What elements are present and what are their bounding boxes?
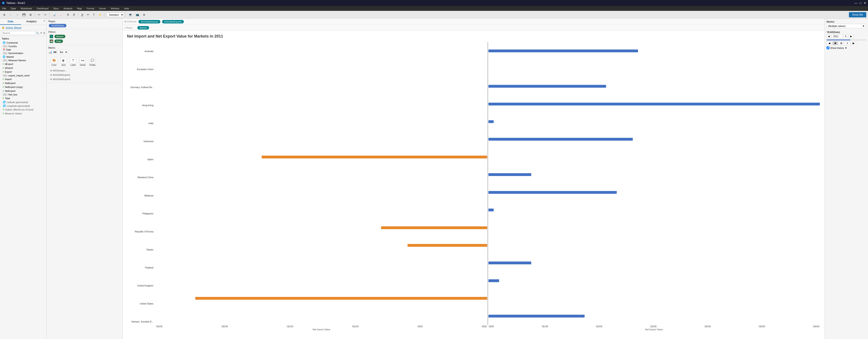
year-input[interactable] (832, 34, 843, 38)
import-bar-11[interactable] (407, 244, 487, 247)
tab-analytics[interactable]: Analytics (21, 19, 42, 25)
table-item-ref_line[interactable]: Abc Ref_line (2, 93, 45, 96)
toolbar-present-btn[interactable]: 📺 (134, 12, 141, 17)
menu-server[interactable]: Server (98, 7, 107, 10)
marks-tooltip-btn[interactable]: 💬 Tooltip (88, 56, 96, 67)
filter-market-pill[interactable]: Market (55, 35, 65, 38)
import-bar-14[interactable] (195, 297, 487, 300)
year-prev-btn[interactable]: ◀ (827, 34, 831, 38)
toolbar-ref-btn[interactable]: ⚡ (97, 12, 103, 17)
agg-export-row[interactable]: ≡ AGG(expor... (49, 68, 121, 73)
toolbar-chart1-btn[interactable]: 📊 (51, 12, 57, 17)
export-bar-7[interactable] (489, 173, 531, 176)
toolbar-new-btn[interactable]: ⊕ (2, 12, 7, 17)
export-bar-8[interactable] (489, 191, 617, 194)
menu-file[interactable]: File (1, 7, 7, 10)
play-stop-btn[interactable]: ■ (833, 41, 838, 45)
table-item-measure-values[interactable]: # Measure Values (2, 112, 45, 116)
menu-format[interactable]: Format (86, 7, 95, 10)
toolbar-label-btn[interactable]: A̲ (80, 12, 85, 17)
export-bar-4[interactable] (489, 120, 494, 123)
toolbar-sort2-btn[interactable]: ⇵ (71, 12, 76, 17)
toolbar-forward-btn[interactable]: → (14, 12, 20, 17)
search-input[interactable] (1, 31, 35, 35)
table-item-output_filtered.csv-(count)[interactable]: # Output_filtered.csv (Count) (2, 107, 45, 112)
menu-story[interactable]: Story (52, 7, 60, 10)
minimize-button[interactable]: — (855, 1, 858, 5)
pages-pill[interactable]: YEAR(Date) (49, 24, 66, 27)
toolbar-share-btn[interactable]: ⊕ (142, 12, 147, 17)
table-item-market[interactable]: 🌐 Market (2, 55, 45, 59)
close-button[interactable]: ✕ (864, 1, 866, 5)
table-item-dexport[interactable]: # dExport (2, 62, 45, 66)
table-item-netexport[interactable]: # NetExport (2, 81, 45, 85)
table-item-latitude-(generated)[interactable]: 🌐 Latitude (generated) (2, 100, 45, 104)
marks-type-select[interactable]: Bar (58, 50, 68, 54)
toolbar-back-btn[interactable]: ← (8, 12, 13, 17)
play-grid-btn[interactable]: ⊞ (839, 41, 844, 45)
show-history-dropdown[interactable]: ▼ (845, 47, 847, 49)
table-item-total[interactable]: # Total (2, 96, 45, 100)
table-item-netimport[interactable]: # NetImport (2, 89, 45, 93)
menu-dashboard[interactable]: Dashboard (36, 7, 49, 10)
toolbar-text-btn[interactable]: T (92, 12, 96, 17)
panel-close-btn[interactable]: ✕ (42, 19, 46, 25)
filter-date-pill[interactable]: Date (55, 39, 63, 43)
marks-label-btn[interactable]: T Label (69, 56, 77, 67)
show-history-checkbox[interactable] (827, 47, 829, 49)
table-item-denomination[interactable]: Abc Denomination (2, 52, 45, 55)
marks-size-btn[interactable]: ◐ Size (60, 56, 67, 67)
maximize-button[interactable]: □ (860, 1, 862, 5)
menu-map[interactable]: Map (76, 7, 83, 10)
menu-data[interactable]: Data (10, 7, 17, 10)
table-item-country[interactable]: Abc Country (2, 44, 45, 48)
menu-worksheet[interactable]: Worksheet (20, 7, 33, 10)
toolbar-adddata-btn[interactable]: ⊞ (28, 12, 33, 17)
table-item-export_import_word[interactable]: Abc export_import_word (2, 74, 45, 77)
fit-dropdown[interactable]: Standard (106, 12, 124, 17)
toolbar-device-btn[interactable]: 💻 (127, 12, 133, 17)
play-prev-btn[interactable]: ◀ (827, 41, 832, 45)
agg-netexport-row[interactable]: ≡ AGG(NetExport) (49, 77, 121, 82)
table-item-export[interactable]: # Export (2, 70, 45, 74)
marks-detail-btn[interactable]: ⊕⊕ Detail (79, 56, 87, 67)
menu-help[interactable]: Help (123, 7, 130, 10)
marks-color-btn[interactable]: 🎨 Color (50, 56, 58, 67)
tab-data[interactable]: Data (0, 19, 21, 25)
export-bar-13[interactable] (489, 279, 499, 282)
export-bar-9[interactable] (489, 209, 494, 211)
table-item-longitude-(generated)[interactable]: 🌐 Longitude (generated) (2, 104, 45, 107)
market-value[interactable]: (Multiple values) ▼ (827, 24, 866, 28)
col-pill-netimport[interactable]: AGG(NetImport) (138, 20, 160, 24)
table-item-netexport-(copy)[interactable]: # NetExport (copy) (2, 85, 45, 89)
play-list-btn[interactable]: ≡ (845, 41, 850, 45)
table-item-import[interactable]: # Import (2, 77, 45, 81)
row-pill-market[interactable]: Market (137, 26, 149, 30)
export-bar-0[interactable] (489, 50, 638, 52)
toolbar-sort-btn[interactable]: ⇅ (65, 12, 70, 17)
menu-window[interactable]: Window (110, 7, 120, 10)
export-bar-12[interactable] (489, 261, 531, 264)
agg-netimport-row[interactable]: ≡ AGG(NetImport) (49, 73, 121, 77)
toolbar-save-btn[interactable]: 💾 (21, 12, 27, 17)
filter-icon[interactable]: ▼ (40, 32, 42, 34)
toolbar-chart2-btn[interactable]: 📈 (58, 12, 64, 17)
toolbar-redo-btn[interactable]: ↪ (42, 12, 48, 17)
data-source-name[interactable]: Output_filtered (6, 26, 21, 29)
table-item-dimport[interactable]: # dImport (2, 66, 45, 70)
year-next-btn[interactable]: ▼ (843, 35, 848, 38)
export-bar-2[interactable] (489, 85, 606, 88)
table-item-date[interactable]: 📅 Date (2, 48, 45, 52)
menu-analysis[interactable]: Analysis (63, 7, 73, 10)
toolbar-annotate-btn[interactable]: ✏ (86, 12, 91, 17)
export-bar-5[interactable] (489, 138, 633, 141)
import-bar-10[interactable] (381, 226, 487, 229)
table-item-measure-names[interactable]: Abc Measure Names (2, 59, 45, 62)
title-bar-controls[interactable]: — □ ✕ (855, 1, 866, 5)
export-bar-15[interactable] (489, 315, 585, 317)
show-me-btn[interactable]: Show Me (849, 12, 866, 18)
play-next-btn[interactable]: ▶ (851, 41, 856, 45)
import-bar-6[interactable] (262, 156, 487, 158)
toolbar-undo-btn[interactable]: ↩ (36, 12, 42, 17)
year-next2-btn[interactable]: ▶ (849, 34, 853, 38)
